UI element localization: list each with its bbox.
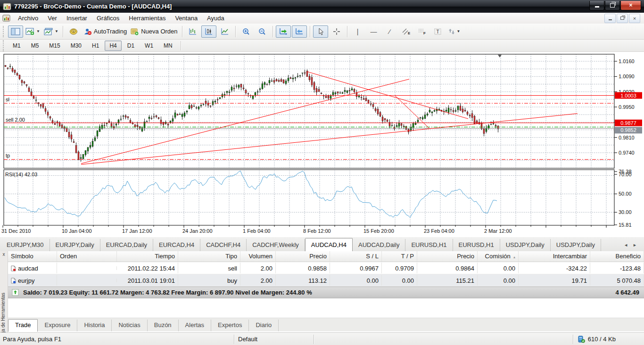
new-order-label: Nueva Orden: [141, 28, 177, 35]
minimize-button[interactable]: [589, 1, 604, 10]
cursor-icon: [317, 28, 324, 35]
terminal-tab-exposure[interactable]: Exposure: [38, 320, 77, 331]
column-header-orden[interactable]: Orden: [57, 251, 117, 262]
chart-tab-eurcad-daily[interactable]: EURCAD,Daily: [100, 239, 153, 251]
terminal-tab-noticias[interactable]: Noticias: [112, 320, 147, 331]
status-profile[interactable]: Default: [234, 336, 314, 343]
column-header-volumen[interactable]: Volumen: [240, 251, 276, 262]
column-header-si-mbolo[interactable]: Símbolo: [8, 251, 57, 262]
connection-status[interactable]: 610 / 4 Kb: [573, 336, 644, 343]
crosshair-button[interactable]: [329, 25, 344, 38]
menu-ver[interactable]: Ver: [43, 14, 62, 23]
timeframe-m30[interactable]: M30: [66, 41, 86, 51]
restore-button[interactable]: [605, 1, 620, 10]
new-chart-button[interactable]: ▼: [24, 25, 41, 38]
horizontal-line-button[interactable]: —: [366, 25, 381, 38]
vertical-line-icon: |: [357, 28, 359, 35]
profiles-button[interactable]: ▼: [42, 25, 60, 38]
toolbar-grip[interactable]: [3, 26, 6, 37]
svg-text:T: T: [436, 29, 439, 34]
separator: [235, 26, 236, 37]
chart-shift-button[interactable]: [292, 25, 307, 38]
terminal-close-button[interactable]: x: [0, 251, 8, 257]
chart-tab-eurusd-h1[interactable]: EURUSD,H1: [405, 239, 453, 251]
terminal-tab-expertos[interactable]: Expertos: [211, 320, 249, 331]
autotrading-button[interactable]: AutoTrading: [82, 25, 128, 38]
menu-ayuda[interactable]: Ayuda: [202, 14, 229, 23]
auto-scroll-button[interactable]: [276, 25, 291, 38]
toolbar-grip[interactable]: [3, 40, 6, 51]
expert-advisors-button[interactable]: 5: [66, 25, 81, 38]
trade-table-header: SímboloOrdenTiempoTipoVolumenPrecioS / L…: [8, 251, 644, 262]
column-header-precio[interactable]: Precio: [276, 251, 330, 262]
column-header-intercambiar[interactable]: Intercambiar: [519, 251, 590, 262]
fibonacci-button[interactable]: F: [414, 25, 429, 38]
cursor-button[interactable]: [313, 25, 328, 38]
column-header-tiempo[interactable]: Tiempo: [117, 251, 178, 262]
menu-gra-ficos[interactable]: Gráficos: [92, 14, 124, 23]
terminal-tab-trade[interactable]: Trade: [8, 319, 38, 332]
timeframe-bar: M1M5M15M30H1H4D1W1MN: [0, 40, 644, 52]
column-header-s-l[interactable]: S / L: [330, 251, 382, 262]
chart-tab-cadchf-h4[interactable]: CADCHF,H4: [200, 239, 247, 251]
terminal-tab-alertas[interactable]: Alertas: [179, 320, 211, 331]
chart-canvas[interactable]: slsell 2.00tp1.01601.00901.00200.99500.9…: [0, 52, 644, 237]
tabs-scroll-left-button[interactable]: ◄: [621, 242, 630, 248]
menu-insertar[interactable]: Insertar: [62, 14, 92, 23]
tabs-scroll-right-button[interactable]: ►: [630, 242, 639, 248]
child-restore-button[interactable]: [617, 14, 628, 23]
menu-ventana[interactable]: Ventana: [170, 14, 202, 23]
equidistant-channel-button[interactable]: E: [398, 25, 413, 38]
trendline-button[interactable]: ∕: [382, 25, 397, 38]
cell-volumen: 2.00: [240, 263, 276, 273]
child-close-button[interactable]: ×: [629, 14, 640, 23]
terminal-tab-buzo-n[interactable]: Buzón: [148, 320, 179, 331]
zoom-out-button[interactable]: [255, 25, 270, 38]
column-header-t-p[interactable]: T / P: [382, 251, 417, 262]
chart-tab-audcad-daily[interactable]: AUDCAD,Daily: [353, 239, 405, 251]
chart-tab-cadchf-weekly[interactable]: CADCHF,Weekly: [247, 239, 305, 251]
zoom-in-button[interactable]: [239, 25, 254, 38]
chart-tab-usdjpy-daily[interactable]: USDJPY,Daily: [500, 239, 551, 251]
timeframe-h1[interactable]: H1: [87, 41, 104, 51]
chart-tabs-bar: EURJPY,M30EURJPY,DailyEURCAD,DailyEURCAD…: [0, 237, 644, 252]
profiles-icon: [44, 28, 53, 35]
timeframe-d1[interactable]: D1: [123, 41, 139, 51]
chart-tab-eurcad-h4[interactable]: EURCAD,H4: [153, 239, 200, 251]
layout-button[interactable]: [8, 25, 23, 38]
candlestick-chart-button[interactable]: [201, 25, 216, 38]
vertical-line-button[interactable]: |: [350, 25, 365, 38]
new-order-button[interactable]: Nueva Orden: [129, 25, 179, 38]
timeframe-m1[interactable]: M1: [8, 41, 25, 51]
timeframe-m5[interactable]: M5: [26, 41, 44, 51]
arrows-button[interactable]: ▼: [446, 25, 462, 38]
table-row-eurjpy[interactable]: eurjpy2011.03.01 19:01buy2.00113.120.000…: [8, 274, 644, 287]
terminal-tab-historia[interactable]: Historia: [77, 320, 112, 331]
timeframe-h4[interactable]: H4: [105, 41, 121, 51]
timeframe-mn[interactable]: MN: [159, 41, 177, 51]
child-minimize-button[interactable]: [604, 14, 616, 23]
terminal-tab-diario[interactable]: Diario: [249, 320, 279, 331]
close-button[interactable]: ×: [620, 1, 641, 10]
timeframe-w1[interactable]: W1: [140, 41, 158, 51]
chart-tab-eurusd-h1[interactable]: EURUSD,H1: [453, 239, 500, 251]
column-header-precio[interactable]: Precio: [417, 251, 478, 262]
svg-text:10 Jan 04:00: 10 Jan 04:00: [62, 228, 92, 234]
chart-tab-audcad-h4[interactable]: AUDCAD,H4: [305, 238, 353, 251]
chart-tab-usdjpy-daily[interactable]: USDJPY,Daily: [551, 239, 601, 251]
svg-text:F: F: [423, 31, 426, 35]
chart-tab-eurjpy-m30[interactable]: EURJPY,M30: [1, 239, 50, 251]
column-header-tipo[interactable]: Tipo: [178, 251, 240, 262]
bar-chart-button[interactable]: [185, 25, 200, 38]
menu-archivo[interactable]: Archivo: [13, 14, 43, 23]
line-chart-button[interactable]: [217, 25, 232, 38]
timeframe-m15[interactable]: M15: [44, 41, 65, 51]
column-header-beneficio[interactable]: Beneficio: [590, 251, 644, 262]
text-label-button[interactable]: T: [430, 25, 446, 38]
cell-precio: 115.21: [417, 275, 478, 286]
column-header-comisio-n[interactable]: Comisión ▴: [478, 251, 519, 262]
menu-herramientas[interactable]: Herramientas: [124, 14, 170, 23]
table-row-audcad[interactable]: audcad2011.02.22 15:44sell2.000.98580.99…: [8, 262, 644, 274]
chart-tab-eurjpy-daily[interactable]: EURJPY,Daily: [50, 239, 100, 251]
svg-text:23 Feb 04:00: 23 Feb 04:00: [424, 228, 454, 234]
